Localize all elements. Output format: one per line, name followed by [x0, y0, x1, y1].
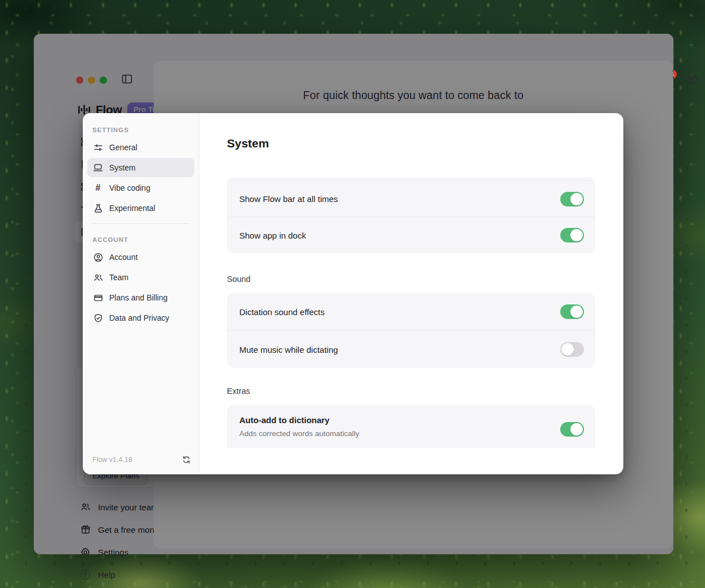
laptop-icon: [93, 163, 103, 173]
setting-row-dictation-sounds: Dictation sound effects: [227, 293, 595, 330]
settings-group-general-toggles: Show Flow bar at all times Show app in d…: [227, 177, 595, 253]
flask-icon: [93, 203, 103, 213]
settings-tab-general[interactable]: General: [87, 138, 194, 157]
section-label-extras: Extras: [227, 387, 250, 396]
settings-tab-label: System: [109, 163, 136, 172]
settings-tab-label: Team: [109, 273, 128, 282]
people-icon: [93, 272, 103, 282]
hash-icon: #: [93, 183, 103, 193]
question-icon: ?: [80, 569, 91, 580]
settings-sidebar: SETTINGS General System # Vibe: [83, 113, 199, 474]
settings-tab-account[interactable]: Account: [87, 248, 194, 267]
settings-tab-label: Account: [109, 253, 138, 262]
app-version: Flow v1.4.18: [92, 456, 132, 464]
account-avatar-icon[interactable]: [686, 73, 698, 85]
app-window: 6 Flow Pro Trial: [34, 34, 673, 554]
settings-page-title: System: [227, 137, 269, 150]
section-label-sound: Sound: [227, 275, 251, 284]
setting-row-show-app-in-dock: Show app in dock: [227, 217, 595, 253]
settings-content: System Show Flow bar at all times Show a…: [199, 113, 623, 474]
settings-tab-label: Experimental: [109, 204, 155, 213]
sliders-icon: [93, 142, 103, 152]
person-circle-icon: [93, 252, 103, 262]
toggle-dictation-sounds[interactable]: [560, 304, 584, 319]
account-section-label: ACCOUNT: [92, 236, 194, 243]
credit-card-icon: [93, 293, 103, 303]
settings-tab-vibe-coding[interactable]: # Vibe coding: [87, 178, 194, 198]
setting-row-mute-music: Mute music while dictating: [227, 331, 595, 368]
settings-modal: SETTINGS General System # Vibe: [83, 113, 623, 474]
setting-row-show-flow-bar: Show Flow bar at all times: [227, 181, 595, 217]
settings-tab-experimental[interactable]: Experimental: [87, 199, 194, 218]
sidebar-divider: [92, 223, 189, 224]
toggle-mute-music[interactable]: [560, 342, 584, 357]
settings-group-extras: Auto-add to dictionary Adds corrected wo…: [227, 405, 595, 448]
settings-tab-label: Vibe coding: [109, 183, 150, 192]
setting-row-auto-add-dictionary: Auto-add to dictionary Adds corrected wo…: [227, 405, 595, 438]
settings-tab-team[interactable]: Team: [87, 268, 194, 287]
toggle-show-app-in-dock[interactable]: [560, 228, 584, 243]
settings-tab-data-privacy[interactable]: Data and Privacy: [87, 308, 194, 327]
settings-section-label: SETTINGS: [92, 127, 194, 133]
settings-tab-label: Data and Privacy: [109, 313, 169, 322]
settings-tab-label: Plans and Billing: [109, 293, 168, 302]
settings-group-sound: Dictation sound effects Mute music while…: [227, 293, 595, 368]
scroll-cut-row: [227, 177, 595, 181]
settings-tab-plans-billing[interactable]: Plans and Billing: [87, 288, 194, 307]
sidebar-item-label: Help: [98, 570, 115, 580]
settings-tab-label: General: [109, 143, 137, 152]
toggle-show-flow-bar[interactable]: [560, 192, 584, 207]
sidebar-item-help[interactable]: ? Help: [74, 564, 184, 585]
refresh-icon[interactable]: [182, 455, 191, 464]
shield-check-icon: [93, 313, 103, 323]
settings-tab-system[interactable]: System: [87, 158, 194, 177]
toggle-auto-add-dictionary[interactable]: [560, 422, 584, 437]
